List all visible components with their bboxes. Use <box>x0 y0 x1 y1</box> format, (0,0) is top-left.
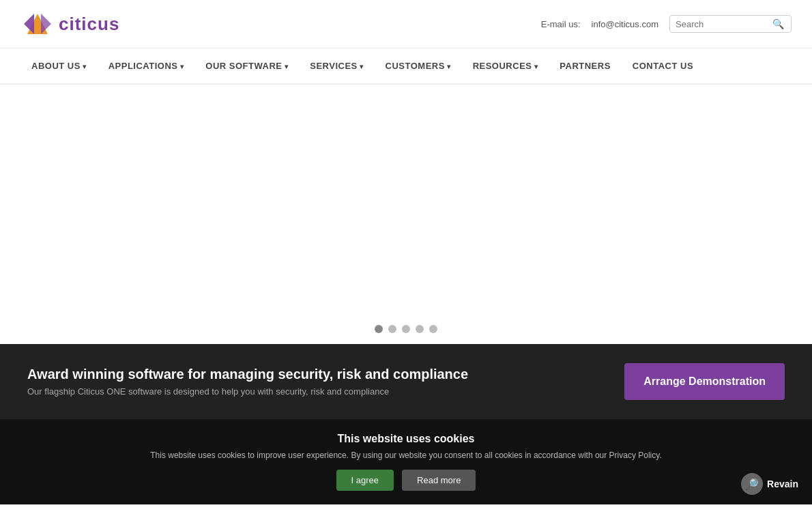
search-box: 🔍 <box>669 15 792 33</box>
nav-link-applications[interactable]: APPLICATIONS <box>98 48 195 83</box>
revain-icon: 🔎 <box>741 473 763 495</box>
revain-badge: 🔎 Revain <box>741 473 798 495</box>
nav-item-partners[interactable]: PARTNERS <box>549 48 622 83</box>
carousel-dot-4[interactable] <box>416 325 424 333</box>
i-agree-button[interactable]: I agree <box>336 470 394 491</box>
navbar-items: ABOUT US APPLICATIONS OUR SOFTWARE SERVI… <box>20 48 792 83</box>
navbar: ABOUT US APPLICATIONS OUR SOFTWARE SERVI… <box>0 48 812 85</box>
cookie-banner: This website uses cookies This website u… <box>0 419 812 504</box>
email-label: E-mail us: <box>541 19 581 29</box>
email-link[interactable]: info@citicus.com <box>592 19 658 29</box>
carousel-dot-2[interactable] <box>388 325 396 333</box>
nav-item-customers[interactable]: CUSTOMERS <box>375 48 462 83</box>
carousel-dot-5[interactable] <box>429 325 437 333</box>
nav-item-our-software[interactable]: OUR SOFTWARE <box>194 48 299 83</box>
hero-carousel <box>0 85 812 344</box>
nav-link-partners[interactable]: PARTNERS <box>549 48 622 83</box>
nav-link-services[interactable]: SERVICES <box>299 48 374 83</box>
carousel-dot-3[interactable] <box>402 325 410 333</box>
nav-link-customers[interactable]: CUSTOMERS <box>375 48 462 83</box>
logo-icon <box>20 7 55 41</box>
cookie-buttons: I agree Read more <box>20 470 792 491</box>
cta-banner: Award winning software for managing secu… <box>0 344 812 419</box>
logo-area: citicus <box>20 7 119 41</box>
nav-link-contact-us[interactable]: CONTACT US <box>622 48 704 83</box>
nav-item-contact-us[interactable]: CONTACT US <box>622 48 704 83</box>
cta-subtitle: Our flagship Citicus ONE software is des… <box>27 386 468 397</box>
cookie-title: This website uses cookies <box>20 433 792 445</box>
nav-item-applications[interactable]: APPLICATIONS <box>98 48 195 83</box>
header-top: citicus E-mail us: info@citicus.com 🔍 <box>0 0 812 48</box>
carousel-dots <box>375 325 437 333</box>
nav-item-resources[interactable]: RESOURCES <box>462 48 549 83</box>
search-button[interactable]: 🔍 <box>771 18 785 29</box>
nav-link-resources[interactable]: RESOURCES <box>462 48 549 83</box>
cta-text: Award winning software for managing secu… <box>27 367 468 397</box>
logo-text: citicus <box>59 14 119 35</box>
header-right: E-mail us: info@citicus.com 🔍 <box>541 15 792 33</box>
arrange-demonstration-button[interactable]: Arrange Demonstration <box>624 363 785 400</box>
cookie-text: This website uses cookies to improve use… <box>20 451 792 460</box>
nav-link-our-software[interactable]: OUR SOFTWARE <box>194 48 299 83</box>
nav-item-about-us[interactable]: ABOUT US <box>20 48 98 83</box>
revain-label: Revain <box>767 479 798 489</box>
carousel-dot-1[interactable] <box>375 325 383 333</box>
nav-item-services[interactable]: SERVICES <box>299 48 374 83</box>
search-input[interactable] <box>676 19 771 29</box>
read-more-button[interactable]: Read more <box>402 470 476 491</box>
nav-link-about-us[interactable]: ABOUT US <box>20 48 98 83</box>
cta-title: Award winning software for managing secu… <box>27 367 468 382</box>
